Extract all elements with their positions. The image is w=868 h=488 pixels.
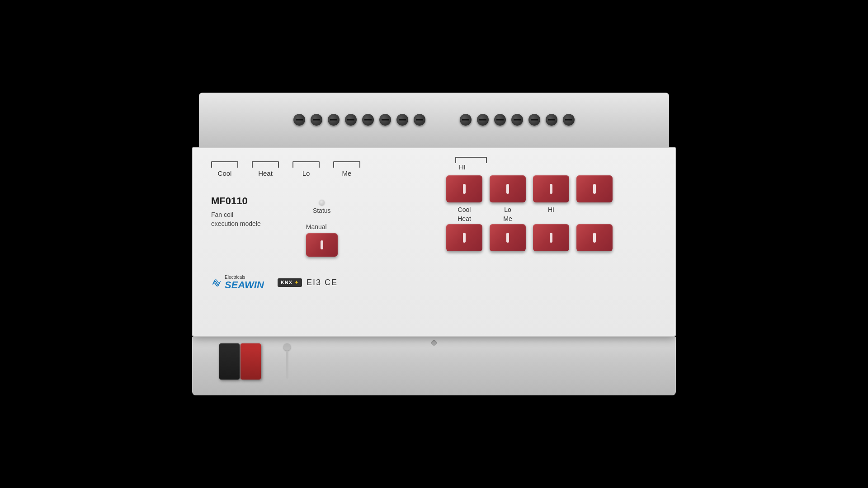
screw-6: [379, 114, 391, 126]
bottom-rail: [192, 337, 676, 395]
relay-col-labels-1: Cool Lo HI: [446, 206, 657, 213]
terminal-me: Me: [333, 161, 360, 177]
relay-button-7[interactable]: [533, 224, 569, 251]
seawin-text-block: Electricals SEAWIN: [225, 275, 264, 291]
relay-indicator-2: [506, 184, 509, 194]
device-wrapper: Cool Heat Lo Me: [190, 93, 678, 395]
terminal-cool: Cool: [211, 161, 238, 177]
label-heat: Heat: [446, 215, 482, 222]
seawin-brand-text: SEAWIN: [225, 280, 264, 291]
status-label: Status: [313, 207, 331, 214]
screw-5: [362, 114, 374, 126]
connector-black: [219, 343, 240, 380]
manual-button-indicator: [321, 240, 323, 249]
top-rail: [199, 93, 669, 147]
relay-button-me[interactable]: [490, 224, 526, 251]
relay-button-cool[interactable]: [446, 175, 482, 202]
left-section: Cool Heat Lo Me: [211, 157, 428, 291]
main-content: Cool Heat Lo Me: [211, 157, 657, 291]
status-led: [319, 200, 325, 205]
label-cool: Cool: [446, 206, 482, 213]
key-circle: [283, 343, 291, 351]
relay-button-8[interactable]: [576, 224, 613, 251]
relay-row-2: [446, 224, 657, 251]
relay-indicator-7: [550, 233, 552, 243]
screw-15: [563, 114, 575, 126]
label-me: Me: [490, 215, 526, 222]
seawin-logo: Electricals SEAWIN: [211, 275, 264, 291]
manual-button[interactable]: [306, 233, 338, 257]
cool-bracket: [211, 161, 238, 168]
terminal-heat: Heat: [252, 161, 279, 177]
lo-bracket: [292, 161, 320, 168]
device-desc: Fan coil execution modele: [211, 211, 261, 228]
relay-row-1: [446, 175, 657, 202]
me-label: Me: [342, 169, 352, 177]
relay-indicator-6: [506, 233, 509, 243]
screw-14: [546, 114, 557, 126]
screw-8: [414, 114, 425, 126]
heat-bracket: [252, 161, 279, 168]
hi-label: HI: [459, 163, 466, 171]
device-model: MF0110: [211, 195, 261, 207]
relay-button-4[interactable]: [576, 175, 613, 202]
screw-3: [328, 114, 340, 126]
cert-logos: KNX ✦ EI3 CE: [278, 278, 338, 287]
connector-red: [241, 343, 261, 380]
label-empty-3: [576, 215, 613, 222]
screw-9: [460, 114, 472, 126]
relay-button-heat[interactable]: [446, 224, 482, 251]
key-holder: [283, 343, 291, 379]
manual-section: Manual: [306, 223, 338, 257]
relay-mode-labels: Heat Me: [446, 215, 657, 222]
screw-10: [477, 114, 489, 126]
label-empty-2: [533, 215, 569, 222]
key-shaft: [286, 352, 288, 379]
screw-2: [311, 114, 322, 126]
device-info: MF0110 Fan coil execution modele: [211, 195, 261, 228]
label-hi: HI: [533, 206, 569, 213]
knx-star-icon: ✦: [294, 280, 299, 285]
screw-11: [494, 114, 506, 126]
seawin-wave-icon: [211, 277, 222, 289]
label-empty-1: [576, 206, 613, 213]
screw-row: [290, 114, 578, 126]
manual-label: Manual: [306, 223, 338, 230]
screw-group-right: [460, 114, 575, 126]
screw-7: [396, 114, 408, 126]
relay-indicator-3: [550, 184, 552, 194]
heat-label: Heat: [258, 169, 273, 177]
terminal-lo: Lo: [292, 161, 320, 177]
label-lo: Lo: [490, 206, 526, 213]
relay-button-hi[interactable]: [533, 175, 569, 202]
main-body: Cool Heat Lo Me: [192, 147, 676, 337]
center-dot: [431, 340, 437, 346]
screw-12: [511, 114, 523, 126]
screw-1: [293, 114, 305, 126]
screw-13: [528, 114, 540, 126]
relay-indicator-1: [463, 184, 466, 194]
me-bracket: [333, 161, 360, 168]
lo-label: Lo: [302, 169, 310, 177]
cool-label: Cool: [218, 169, 232, 177]
hi-bracket: [455, 157, 487, 163]
relay-indicator-5: [463, 233, 466, 243]
relay-indicator-8: [593, 233, 596, 243]
terminal-labels: Cool Heat Lo Me: [211, 157, 428, 177]
cert-text: EI3 CE: [307, 278, 338, 287]
right-section: HI: [437, 157, 657, 291]
screw-group-left: [293, 114, 425, 126]
screw-4: [345, 114, 357, 126]
relay-indicator-4: [593, 184, 596, 194]
status-section: Status: [313, 200, 331, 214]
relay-button-lo[interactable]: [490, 175, 526, 202]
logo-area: Electricals SEAWIN KNX ✦ EI3 CE: [211, 270, 428, 291]
connector-block: [219, 343, 261, 380]
knx-badge: KNX ✦: [278, 278, 302, 287]
